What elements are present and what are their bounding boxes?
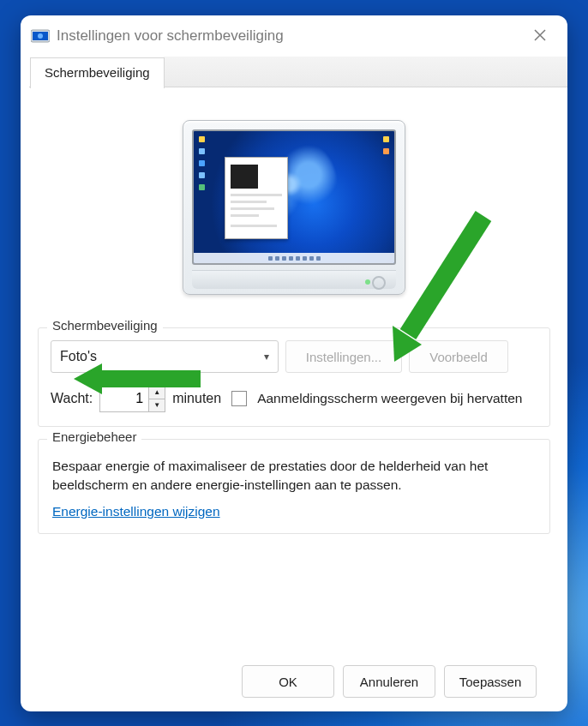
- cancel-button[interactable]: Annuleren: [343, 665, 435, 698]
- close-button[interactable]: [523, 27, 557, 45]
- apply-button[interactable]: Toepassen: [444, 665, 537, 698]
- screensaver-select[interactable]: Foto's ▾: [51, 340, 279, 373]
- chevron-down-icon: ▾: [264, 351, 269, 363]
- close-icon: [534, 29, 546, 41]
- ok-button[interactable]: OK: [242, 665, 334, 698]
- svg-point-2: [38, 33, 43, 39]
- resume-logon-label: Aanmeldingsscherm weergeven bij hervatte…: [257, 390, 537, 407]
- wait-step-up[interactable]: ▲: [149, 386, 165, 399]
- settings-button[interactable]: Instellingen...: [285, 340, 402, 373]
- tab-strip: Schermbeveiliging: [21, 57, 567, 87]
- wait-minutes-stepper[interactable]: ▲ ▼: [99, 385, 165, 412]
- screensaver-settings-dialog: Instellingen voor schermbeveiliging Sche…: [21, 15, 567, 711]
- energy-legend: Energiebeheer: [47, 429, 141, 444]
- minutes-label: minuten: [172, 391, 221, 406]
- power-settings-link[interactable]: Energie-instellingen wijzigen: [52, 504, 220, 519]
- energy-groupbox: Energiebeheer Bespaar energie of maximal…: [38, 439, 550, 534]
- tab-schermbeveiliging[interactable]: Schermbeveiliging: [30, 57, 165, 88]
- energy-description: Bespaar energie of maximaliseer de prest…: [52, 457, 536, 495]
- titlebar: Instellingen voor schermbeveiliging: [21, 15, 567, 57]
- dialog-body: Schermbeveiliging Foto's ▾ Instellingen.…: [21, 87, 567, 711]
- wait-step-down[interactable]: ▼: [149, 399, 165, 412]
- screensaver-app-icon: [31, 28, 50, 44]
- resume-logon-checkbox[interactable]: [231, 391, 247, 406]
- wait-minutes-input[interactable]: [100, 386, 148, 411]
- desktop-background: Instellingen voor schermbeveiliging Sche…: [0, 0, 588, 726]
- dialog-footer: OK Annuleren Toepassen: [38, 653, 550, 711]
- screensaver-select-value: Foto's: [60, 349, 97, 364]
- screensaver-groupbox: Schermbeveiliging Foto's ▾ Instellingen.…: [38, 327, 550, 427]
- window-title: Instellingen voor schermbeveiliging: [57, 27, 523, 45]
- preview-button[interactable]: Voorbeeld: [409, 340, 508, 373]
- wait-label: Wacht:: [51, 391, 93, 406]
- screensaver-preview: [38, 120, 550, 295]
- screensaver-legend: Schermbeveiliging: [47, 318, 163, 333]
- preview-monitor-icon: [183, 120, 405, 295]
